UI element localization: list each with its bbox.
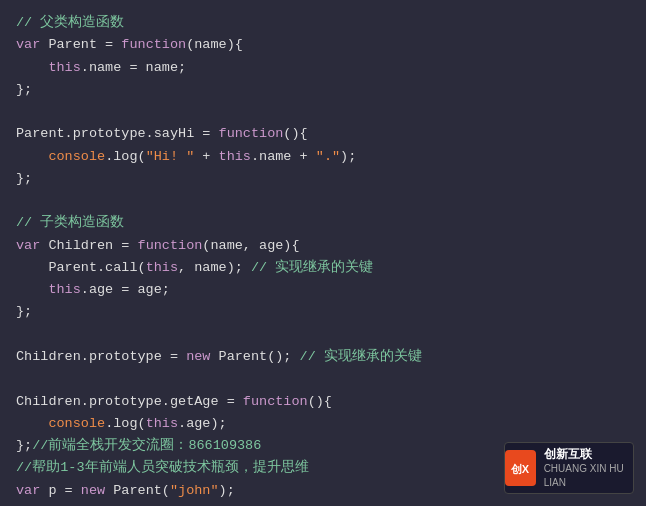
code-line: var c = new Children("joe",30);	[16, 502, 630, 506]
code-line: console.log(this.age);	[16, 413, 630, 435]
code-line: this.age = age;	[16, 279, 630, 301]
code-line: // 父类构造函数	[16, 12, 630, 34]
watermark-text-block: 创新互联 CHUANG XIN HU LIAN	[544, 446, 633, 491]
watermark: 创X 创新互联 CHUANG XIN HU LIAN	[504, 442, 634, 494]
watermark-logo: 创X	[505, 450, 536, 486]
code-line: };	[16, 301, 630, 323]
code-line: Parent.call(this, name); // 实现继承的关键	[16, 257, 630, 279]
code-line: };	[16, 79, 630, 101]
code-line: this.name = name;	[16, 57, 630, 79]
code-line: var Children = function(name, age){	[16, 235, 630, 257]
code-line: Children.prototype = new Parent(); // 实现…	[16, 346, 630, 368]
code-block: // 父类构造函数var Parent = function(name){ th…	[0, 0, 646, 506]
code-line: Parent.prototype.sayHi = function(){	[16, 123, 630, 145]
code-line: console.log("Hi! " + this.name + ".");	[16, 146, 630, 168]
code-line	[16, 190, 630, 212]
code-line: Children.prototype.getAge = function(){	[16, 391, 630, 413]
svg-text:创X: 创X	[511, 463, 531, 475]
code-line: // 子类构造函数	[16, 212, 630, 234]
code-line: var Parent = function(name){	[16, 34, 630, 56]
watermark-subtitle: CHUANG XIN HU LIAN	[544, 462, 633, 490]
watermark-title: 创新互联	[544, 446, 633, 463]
code-line	[16, 101, 630, 123]
code-line: };	[16, 168, 630, 190]
code-line	[16, 368, 630, 390]
code-line	[16, 324, 630, 346]
